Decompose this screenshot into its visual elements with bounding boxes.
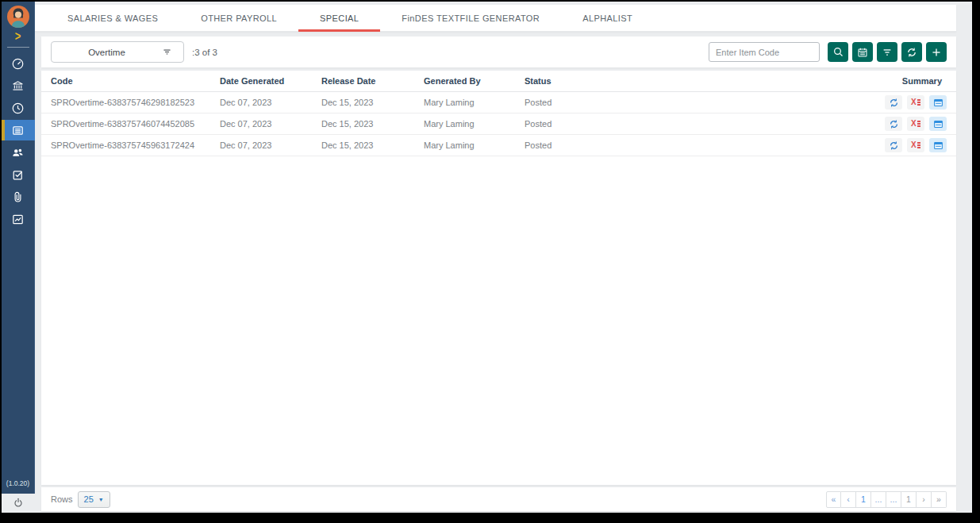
pagination: « ‹ 1 ... ... 1 › » bbox=[826, 491, 947, 508]
sidebar-item-reports[interactable] bbox=[2, 209, 35, 229]
paperclip-icon bbox=[11, 190, 25, 204]
calendar-button[interactable] bbox=[852, 42, 873, 62]
cell-release-date: Dec 15, 2023 bbox=[321, 98, 424, 107]
tab-other-payroll[interactable]: OTHER PAYROLL bbox=[179, 5, 298, 32]
item-code-input[interactable] bbox=[709, 42, 820, 62]
table-footer: Rows 25 ▼ « ‹ 1 ... ... 1 › » bbox=[41, 487, 956, 511]
sidebar-item-history[interactable] bbox=[2, 98, 35, 118]
table-row[interactable]: SPROvertime-638375746298182523 Dec 07, 2… bbox=[41, 92, 956, 113]
column-status: Status bbox=[525, 76, 853, 86]
summary-button[interactable] bbox=[929, 138, 947, 152]
chevron-down-icon: ▼ bbox=[98, 497, 104, 502]
search-icon bbox=[832, 46, 844, 58]
tab-alphalist[interactable]: ALPHALIST bbox=[561, 5, 654, 32]
sidebar-item-employees[interactable] bbox=[2, 142, 35, 163]
refresh-button[interactable] bbox=[901, 42, 922, 62]
sidebar: > bbox=[2, 2, 35, 494]
app-window: > bbox=[2, 2, 972, 513]
column-date-generated: Date Generated bbox=[220, 76, 321, 86]
rows-per-page-value: 25 bbox=[84, 494, 94, 504]
bank-icon bbox=[11, 79, 25, 93]
page-1-button[interactable]: 1 bbox=[856, 491, 871, 508]
power-icon[interactable] bbox=[13, 498, 24, 509]
result-count: :3 of 3 bbox=[192, 48, 217, 57]
add-button[interactable] bbox=[926, 42, 947, 62]
cell-code: SPROvertime-638375745963172424 bbox=[51, 140, 220, 150]
power-area bbox=[2, 494, 35, 513]
sync-icon bbox=[889, 140, 899, 151]
summary-icon bbox=[933, 98, 943, 108]
chart-icon bbox=[11, 213, 25, 226]
column-generated-by: Generated By bbox=[424, 76, 525, 86]
users-icon bbox=[11, 146, 25, 160]
summary-button[interactable] bbox=[929, 117, 947, 131]
sidebar-divider bbox=[7, 47, 29, 48]
regenerate-button[interactable] bbox=[885, 95, 902, 110]
cell-generated-by: Mary Laming bbox=[424, 119, 525, 129]
filter-button[interactable] bbox=[877, 42, 897, 62]
page-ellipsis[interactable]: ... bbox=[886, 491, 901, 508]
cell-date-generated: Dec 07, 2023 bbox=[220, 140, 321, 150]
regenerate-button[interactable] bbox=[885, 117, 902, 131]
cell-release-date: Dec 15, 2023 bbox=[321, 119, 424, 129]
cell-status: Posted bbox=[525, 98, 853, 107]
sidebar-item-approvals[interactable] bbox=[2, 164, 35, 185]
filter-list-icon bbox=[162, 47, 172, 57]
export-excel-button[interactable]: X bbox=[907, 138, 924, 152]
sidebar-item-dashboard[interactable] bbox=[2, 53, 35, 74]
cell-release-date: Dec 15, 2023 bbox=[321, 140, 424, 150]
tab-salaries-wages[interactable]: SALARIES & WAGES bbox=[46, 5, 179, 32]
avatar-image bbox=[6, 5, 30, 29]
rows-per-page-dropdown[interactable]: 25 ▼ bbox=[78, 491, 110, 508]
page-prev-button[interactable]: ‹ bbox=[841, 491, 856, 508]
rows-label: Rows bbox=[51, 494, 73, 504]
sidebar-expand-button[interactable]: > bbox=[15, 29, 21, 44]
tab-special[interactable]: SPECIAL bbox=[298, 5, 380, 32]
table-row[interactable]: SPROvertime-638375745963172424 Dec 07, 2… bbox=[41, 135, 956, 156]
sidebar-item-documents[interactable] bbox=[2, 120, 35, 140]
cell-status: Posted bbox=[525, 119, 853, 129]
column-release-date: Release Date bbox=[321, 76, 424, 86]
sync-icon bbox=[889, 98, 899, 108]
page-last-button[interactable]: » bbox=[932, 491, 947, 508]
refresh-icon bbox=[906, 47, 917, 58]
table-row[interactable]: SPROvertime-638375746074452085 Dec 07, 2… bbox=[41, 113, 956, 135]
column-summary: Summary bbox=[853, 76, 947, 86]
results-table: Code Date Generated Release Date Generat… bbox=[41, 71, 956, 485]
page-last-number-button[interactable]: 1 bbox=[901, 491, 917, 508]
page-first-button[interactable]: « bbox=[826, 491, 841, 508]
tab-findes-textfile-generator[interactable]: FinDES TEXTFILE GENERATOR bbox=[380, 5, 561, 32]
export-excel-button[interactable]: X bbox=[907, 95, 924, 110]
filter-icon bbox=[882, 47, 893, 58]
summary-icon bbox=[933, 140, 943, 151]
item-type-dropdown[interactable]: Overtime bbox=[51, 41, 184, 63]
column-code: Code bbox=[51, 76, 220, 86]
toolbar-buttons bbox=[828, 42, 947, 62]
summary-button[interactable] bbox=[929, 95, 947, 110]
page-ellipsis[interactable]: ... bbox=[871, 491, 886, 508]
plus-icon bbox=[931, 47, 942, 58]
cell-generated-by: Mary Laming bbox=[424, 98, 525, 107]
excel-icon: X bbox=[911, 141, 920, 149]
export-excel-button[interactable]: X bbox=[907, 117, 924, 131]
page-next-button[interactable]: › bbox=[917, 491, 932, 508]
sidebar-item-attachments[interactable] bbox=[2, 187, 35, 207]
cell-code: SPROvertime-638375746074452085 bbox=[51, 119, 220, 129]
calendar-icon bbox=[857, 47, 868, 58]
excel-icon: X bbox=[911, 120, 920, 128]
app-version: (1.0.20) bbox=[6, 479, 29, 487]
cell-generated-by: Mary Laming bbox=[424, 140, 525, 150]
cell-date-generated: Dec 07, 2023 bbox=[220, 119, 321, 129]
regenerate-button[interactable] bbox=[885, 138, 902, 152]
cell-date-generated: Dec 07, 2023 bbox=[220, 98, 321, 107]
table-header: Code Date Generated Release Date Generat… bbox=[41, 71, 956, 92]
checklist-icon bbox=[11, 168, 25, 182]
clock-icon bbox=[11, 102, 25, 115]
sidebar-item-institution[interactable] bbox=[2, 75, 35, 96]
user-avatar[interactable] bbox=[6, 5, 30, 29]
main-area: SALARIES & WAGES OTHER PAYROLL SPECIAL F… bbox=[35, 2, 972, 513]
documents-icon bbox=[11, 124, 25, 137]
gauge-icon bbox=[11, 57, 25, 71]
cell-code: SPROvertime-638375746298182523 bbox=[51, 98, 220, 107]
search-button[interactable] bbox=[828, 42, 848, 62]
